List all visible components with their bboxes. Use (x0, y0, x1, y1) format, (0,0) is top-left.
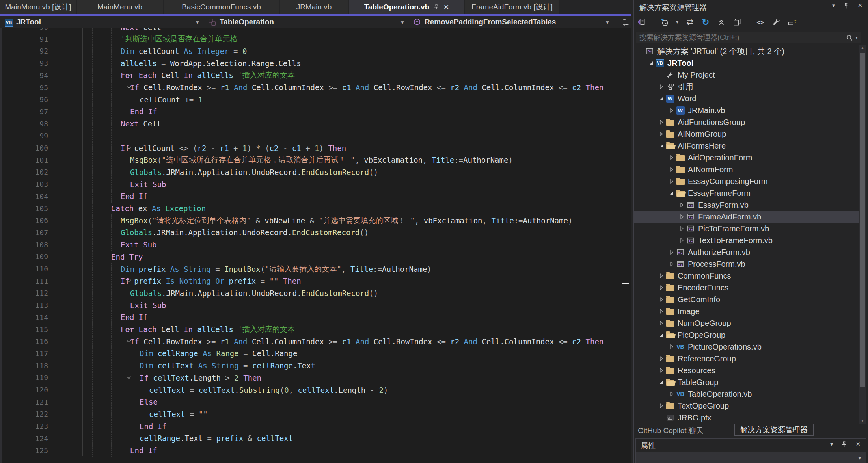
tree-item-getcominfo[interactable]: GetComInfo (634, 294, 859, 305)
code-line[interactable]: 90Next Cell (0, 28, 161, 33)
tree-item-word[interactable]: WWord (634, 93, 859, 104)
code-line[interactable]: 100If cellCount <> (r2 - r1 + 1) * (c2 -… (0, 142, 346, 154)
document-tab-mainmenu-vb-[interactable]: MainMenu.vb [设计] (0, 0, 77, 14)
document-tab-frameaidform-vb-[interactable]: FrameAidForm.vb [设计] (465, 0, 560, 14)
code-line[interactable]: 123End If (0, 420, 167, 432)
fold-collapse-icon[interactable] (126, 84, 132, 91)
view-code-icon[interactable]: <> (755, 17, 766, 27)
panel-splitter[interactable] (631, 0, 633, 463)
code-line[interactable]: 107Globals.JRMain.Application.UndoRecord… (0, 227, 369, 239)
document-tab-basiccommonfuncs-vb[interactable]: BasicCommonFuncs.vb (164, 0, 280, 14)
expander-closed-icon[interactable] (668, 106, 676, 114)
split-editor-icon[interactable] (613, 16, 631, 28)
scroll-down-icon[interactable]: ▼ (859, 418, 866, 423)
fold-collapse-icon[interactable] (126, 278, 132, 284)
expander-closed-icon[interactable] (658, 118, 665, 126)
expander-closed-icon[interactable] (668, 390, 676, 398)
tree-item-authorizeform-vb[interactable]: AuthorizeForm.vb (634, 246, 859, 258)
tree-item--jrtool-2-2-[interactable]: 解决方案 'JRTool' (2 个项目, 共 2 个) (634, 45, 859, 57)
document-tab-mainmenu-vb[interactable]: MainMenu.vb (77, 0, 164, 14)
code-line[interactable]: 98Next Cell (0, 118, 161, 130)
solution-explorer-search[interactable]: 搜索解决方案资源管理器(Ctrl+;) ▾ (636, 32, 861, 43)
code-line[interactable]: 117Dim cellRange As Range = Cell.Range (0, 348, 297, 360)
tree-item-aidfunctionsgroup[interactable]: AidFunctionsGroup (634, 116, 859, 128)
expander-open-icon[interactable] (658, 142, 665, 150)
code-line[interactable]: 114End If (0, 311, 148, 324)
expander-closed-icon[interactable] (658, 355, 665, 363)
collapse-all-icon[interactable] (716, 17, 726, 27)
code-line[interactable]: 108Exit Sub (0, 239, 157, 251)
expander-closed-icon[interactable] (668, 260, 676, 268)
tree-item-referencegroup[interactable]: ReferenceGroup (634, 353, 859, 364)
document-tab-tableoperation-vb[interactable]: TableOperation.vb✕ (349, 0, 465, 14)
code-line[interactable]: 119If cellText.Length > 2 Then (0, 372, 261, 384)
pin-icon[interactable] (841, 441, 848, 448)
code-line[interactable]: 125End If (0, 444, 157, 457)
expander-closed-icon[interactable] (668, 154, 676, 162)
expander-open-icon[interactable] (658, 331, 665, 339)
code-line[interactable]: 113Exit Sub (0, 299, 166, 311)
fold-collapse-icon[interactable] (126, 72, 132, 78)
tree-item-jrmain-vb[interactable]: WJRMain.vb (634, 104, 859, 116)
code-line[interactable]: 91'判断选中区域是否存在合并单元格 (0, 33, 237, 45)
scrollbar-thumb[interactable] (860, 53, 865, 387)
tree-item-texttoframeform-vb[interactable]: TextToFrameForm.vb (634, 234, 859, 246)
tree-item-picopegroup[interactable]: PicOpeGroup (634, 329, 859, 341)
tree-item-jrbg-pfx[interactable]: JRBG.pfx (634, 412, 859, 424)
code-line[interactable]: 111If prefix Is Nothing Or prefix = "" T… (0, 275, 301, 287)
search-icon[interactable] (846, 34, 853, 41)
expander-closed-icon[interactable] (668, 165, 676, 173)
tree-item-essayform-vb[interactable]: EssayForm.vb (634, 199, 859, 211)
tree-item-image[interactable]: Image (634, 305, 859, 317)
tree-item-jrtool[interactable]: VBJRTool (634, 57, 859, 69)
expander-closed-icon[interactable] (658, 307, 665, 315)
expander-closed-icon[interactable] (658, 272, 665, 280)
code-line[interactable]: 115For Each Cell In allCells '插入对应的文本 (0, 324, 295, 336)
tab-github-copilot-chat[interactable]: GitHub Copilot 聊天 (638, 426, 704, 436)
expander-closed-icon[interactable] (668, 177, 676, 185)
properties-object-combobox[interactable]: ▾ (636, 452, 866, 463)
tree-item-aidoperationform[interactable]: AidOperationForm (634, 152, 859, 164)
code-line[interactable]: 96cellCount += 1 (0, 93, 203, 106)
code-line[interactable]: 103Exit Sub (0, 178, 166, 190)
code-line[interactable]: 93allCells = WordApp.Selection.Range.Cel… (0, 57, 301, 69)
code-line[interactable]: 92Dim cellCount As Integer = 0 (0, 45, 247, 57)
tab-solution-explorer[interactable]: 解决方案资源管理器 (734, 424, 814, 436)
properties-pages-icon[interactable] (732, 17, 742, 27)
code-line[interactable]: 102Globals.JRMain.Application.UndoRecord… (0, 166, 378, 178)
window-position-chevron-icon[interactable]: ▾ (832, 2, 835, 9)
tree-item-my-project[interactable]: My Project (634, 69, 859, 81)
code-line[interactable]: 104End If (0, 190, 148, 203)
code-line[interactable]: 105Catch ex As Exception (0, 203, 206, 215)
expander-closed-icon[interactable] (658, 284, 665, 292)
search-options-chevron-icon[interactable]: ▾ (855, 35, 858, 40)
filter-dropdown-icon[interactable]: ▾ (675, 17, 679, 27)
code-line[interactable]: 122cellText = "" (0, 408, 208, 420)
refresh-icon[interactable]: ↻ (700, 17, 711, 27)
nav-dropdown-removepaddingfromselectedtables[interactable]: RemovePaddingFromSelectedTables▾ (408, 16, 613, 28)
tree-item-commonfuncs[interactable]: CommonFuncs (634, 270, 859, 282)
tree-item-textopegroup[interactable]: TextOpeGroup (634, 400, 859, 412)
code-line[interactable]: 120cellText = cellText.Substring(0, cell… (0, 384, 388, 396)
expander-closed-icon[interactable] (658, 130, 665, 138)
close-icon[interactable]: ✕ (443, 3, 449, 11)
tree-item-tablegroup[interactable]: TableGroup (634, 376, 859, 388)
expander-closed-icon[interactable] (678, 213, 686, 221)
expander-closed-icon[interactable] (678, 201, 686, 209)
expander-open-icon[interactable] (658, 95, 665, 102)
properties-wrench-icon[interactable] (771, 17, 781, 27)
code-line[interactable]: 112Globals.JRMain.Application.UndoRecord… (0, 287, 378, 299)
code-line[interactable]: 95If Cell.RowIndex >= r1 And Cell.Column… (0, 82, 604, 94)
tree-item-allformshere[interactable]: AllFormsHere (634, 140, 859, 152)
expander-closed-icon[interactable] (658, 296, 665, 303)
tree-item-numopegroup[interactable]: NumOpeGroup (634, 317, 859, 329)
code-line[interactable]: 94For Each Cell In allCells '插入对应的文本 (0, 69, 295, 82)
pin-icon[interactable] (843, 2, 849, 9)
expander-closed-icon[interactable] (658, 366, 665, 374)
tree-item-ainormform[interactable]: AINormForm (634, 164, 859, 175)
expander-closed-icon[interactable] (668, 248, 676, 256)
fold-collapse-icon[interactable] (126, 326, 132, 333)
sync-with-active-document-icon[interactable]: ⇄ (685, 17, 695, 27)
pending-changes-filter-icon[interactable] (659, 17, 670, 27)
code-line[interactable]: 121Else (0, 396, 158, 408)
